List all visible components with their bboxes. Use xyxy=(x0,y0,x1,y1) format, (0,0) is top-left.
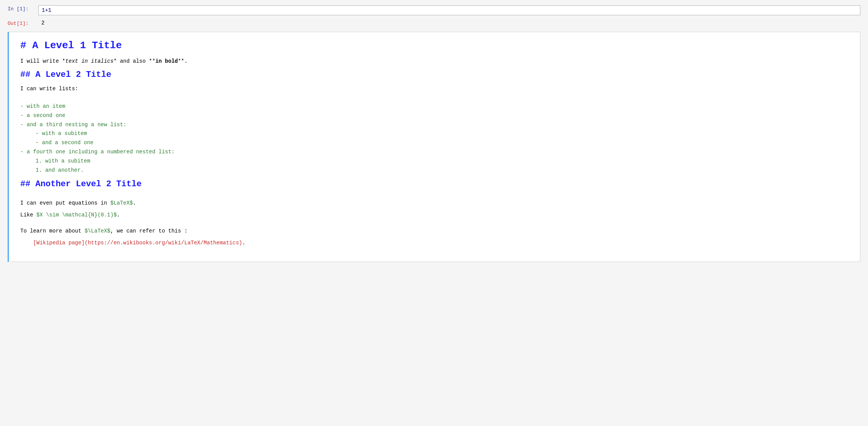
spacer-3 xyxy=(20,222,848,227)
list-item-4b: 1. and another. xyxy=(20,166,848,175)
latex-ref-line: To learn more about $\LaTeX$, we can ref… xyxy=(20,227,848,235)
latex-inline-3: $\LaTeX$ xyxy=(85,228,110,234)
heading-1: # A Level 1 Title xyxy=(20,40,848,51)
intro-text: I will write *text in italics* and also … xyxy=(20,57,848,65)
heading-2-second: ## Another Level 2 Title xyxy=(20,179,848,189)
spacer-1 xyxy=(20,98,848,102)
output-value: 2 xyxy=(38,20,44,26)
in-label: In [1]: xyxy=(8,5,38,12)
markdown-cell: # A Level 1 Title I will write *text in … xyxy=(8,32,860,262)
list-item-4a: 1. with a subitem xyxy=(20,157,848,166)
list-items: - with an item - a second one - and a th… xyxy=(20,102,848,175)
code-input-cell: In [1]: 1+1 xyxy=(0,4,868,17)
code-output-cell: Out[1]: 2 xyxy=(0,18,868,28)
list-item-1: - with an item xyxy=(20,102,848,111)
out-label: Out[1]: xyxy=(8,20,38,26)
code-input-box[interactable]: 1+1 xyxy=(38,5,860,15)
notebook-container: In [1]: 1+1 Out[1]: 2 # A Level 1 Title … xyxy=(0,0,868,270)
latex-inline-1: $LaTeX$ xyxy=(110,200,133,206)
spacer-2 xyxy=(20,194,848,199)
latex-inline-2: $X \sim \mathcal{N}(0.1)$ xyxy=(36,212,117,218)
latex-link-line: [Wikipedia page](https://en.wikibooks.or… xyxy=(20,239,848,247)
list-item-3b: - and a second one xyxy=(20,138,848,148)
heading-2-first: ## A Level 2 Title xyxy=(20,70,848,80)
latex-line-1: I can even put equations in $LaTeX$. xyxy=(20,199,848,207)
list-intro: I can write lists: xyxy=(20,85,848,93)
latex-line-2: Like $X \sim \mathcal{N}(0.1)$. xyxy=(20,211,848,219)
wikipedia-link[interactable]: [Wikipedia page](https://en.wikibooks.or… xyxy=(33,240,242,246)
list-item-3: - and a third nesting a new list: xyxy=(20,120,848,130)
list-item-2: - a second one xyxy=(20,111,848,120)
list-item-4: - a fourth one including a numbered nest… xyxy=(20,148,848,157)
list-item-3a: - with a subitem xyxy=(20,129,848,138)
